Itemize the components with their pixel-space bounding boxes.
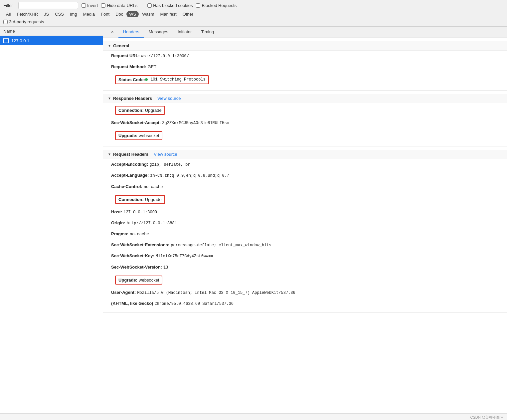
request-url-key: Request URL:: [111, 53, 140, 60]
response-headers-section-header[interactable]: ▼ Response Headers View source: [103, 94, 507, 103]
response-headers-rows: Connection: UpgradeSec-WebSocket-Accept:…: [103, 103, 507, 143]
response-header-key: Upgrade:: [118, 133, 137, 138]
type-tab-img[interactable]: Img: [67, 11, 80, 17]
request-headers-rows: Accept-Encoding: gzip, deflate, brAccept…: [103, 159, 507, 309]
third-party-checkbox[interactable]: [3, 20, 8, 24]
request-header-row: User-Agent: Mozilla/5.0 (Macintosh; Inte…: [103, 287, 507, 298]
status-code-key: Status Code:: [118, 77, 145, 82]
type-tab-js[interactable]: JS: [41, 11, 52, 17]
response-header-row: Sec-WebSocket-Accept: 3g2ZKmrMCJ5nyAOr3i…: [103, 117, 507, 128]
request-header-key: Sec-WebSocket-Extensions:: [111, 242, 169, 249]
type-tab-manifest[interactable]: Manifest: [157, 11, 179, 17]
request-header-val: websocket: [139, 278, 159, 283]
type-tab-media[interactable]: Media: [81, 11, 97, 17]
tab-messages[interactable]: Messages: [144, 27, 173, 38]
request-header-val: no-cache: [144, 184, 163, 190]
type-tab-other[interactable]: Other: [180, 11, 196, 17]
tab-initiator[interactable]: Initiator: [173, 27, 197, 38]
request-header-val: zh-CN,zh;q=0.9,en;q=0.8,und;q=0.7: [150, 173, 229, 179]
type-tabs-row: AllFetch/XHRJSCSSImgMediaFontDocWSWasmMa…: [3, 11, 504, 17]
blocked-requests-checkbox-group[interactable]: Blocked Requests: [196, 3, 237, 8]
type-tab-font[interactable]: Font: [98, 11, 112, 17]
left-panel: Name 127.0.0.1: [0, 27, 103, 413]
general-section-header[interactable]: ▼ General: [103, 41, 507, 51]
request-headers-section-header[interactable]: ▼ Request Headers View source: [103, 150, 507, 159]
type-tab-css[interactable]: CSS: [52, 11, 67, 17]
has-blocked-cookies-checkbox-group[interactable]: Has blocked cookies: [147, 3, 193, 8]
filter-input[interactable]: [18, 2, 78, 9]
request-header-wrapper: Connection: Upgrade: [103, 192, 507, 207]
response-headers-section: ▼ Response Headers View source Connectio…: [103, 91, 507, 146]
response-header-key: Sec-WebSocket-Accept:: [111, 119, 161, 126]
has-blocked-cookies-label: Has blocked cookies: [153, 3, 193, 8]
request-headers-arrow-icon: ▼: [108, 152, 111, 156]
request-header-key: Sec-WebSocket-Key:: [111, 253, 154, 260]
request-header-highlighted: Connection: Upgrade: [115, 195, 165, 204]
hide-data-urls-checkbox[interactable]: [101, 3, 105, 8]
third-party-row: 3rd-party requests: [3, 19, 504, 24]
response-header-val: websocket: [139, 133, 159, 138]
request-header-key: Host:: [111, 209, 122, 216]
request-method-key: Request Method:: [111, 64, 146, 71]
tab-timing[interactable]: Timing: [197, 27, 219, 38]
request-headers-view-source[interactable]: View source: [154, 152, 177, 157]
general-arrow-icon: ▼: [108, 44, 111, 48]
blocked-requests-label: Blocked Requests: [202, 3, 237, 8]
request-header-val: gzip, deflate, br: [149, 162, 190, 168]
hide-data-urls-checkbox-group[interactable]: Hide data URLs: [101, 3, 137, 8]
request-header-row: Sec-WebSocket-Extensions: permessage-def…: [103, 240, 507, 251]
response-header-highlighted: Upgrade: websocket: [115, 131, 162, 140]
filter-row: Filter Invert Hide data URLs Has blocked…: [3, 2, 504, 9]
has-blocked-cookies-checkbox[interactable]: [147, 3, 152, 8]
response-header-val: 3g2ZKmrMCJ5nyAOr3ieR1RULFHs=: [162, 120, 229, 126]
file-list-item[interactable]: 127.0.0.1: [0, 36, 103, 45]
invert-label: Invert: [87, 3, 98, 8]
request-header-wrapper: Upgrade: websocket: [103, 273, 507, 287]
type-tab-ws[interactable]: WS: [126, 11, 139, 17]
tab-bar: ×HeadersMessagesInitiatorTiming: [103, 27, 507, 38]
type-tab-doc[interactable]: Doc: [113, 11, 126, 17]
response-header-val: Upgrade: [145, 108, 162, 113]
response-headers-title: Response Headers: [113, 96, 152, 101]
response-header-key: Connection:: [118, 108, 144, 113]
invert-checkbox[interactable]: [82, 3, 86, 8]
third-party-checkbox-group[interactable]: 3rd-party requests: [3, 19, 44, 24]
right-panel: ×HeadersMessagesInitiatorTiming ▼ Genera…: [103, 27, 507, 413]
request-header-key: Sec-WebSocket-Version:: [111, 264, 162, 271]
third-party-label: 3rd-party requests: [9, 19, 44, 24]
hide-data-urls-label: Hide data URLs: [107, 3, 137, 8]
tab-close[interactable]: ×: [106, 27, 118, 38]
status-code-highlighted-row: Status Code: 101 Switching Protocols: [115, 75, 209, 84]
response-header-wrapper: Connection: Upgrade: [103, 103, 507, 117]
request-header-val: permessage-deflate; client_max_window_bi…: [171, 242, 271, 249]
request-header-val: no-cache: [130, 231, 149, 238]
filter-label: Filter: [3, 3, 13, 8]
request-url-row: Request URL: ws://127.0.0.1:3000/: [103, 51, 507, 62]
tab-headers[interactable]: Headers: [118, 27, 144, 38]
request-header-row: Accept-Encoding: gzip, deflate, br: [103, 159, 507, 170]
request-header-key: Origin:: [111, 220, 125, 227]
invert-checkbox-group[interactable]: Invert: [82, 3, 98, 8]
response-headers-view-source[interactable]: View source: [157, 96, 181, 101]
request-url-val: ws://127.0.0.1:3000/: [141, 53, 189, 60]
request-header-row: Sec-WebSocket-Key: MilciXm75oT7Gdy4Zst6w…: [103, 251, 507, 262]
request-header-row: Pragma: no-cache: [103, 229, 507, 240]
request-header-val: Chrome/95.0.4638.69 Safari/537.36: [154, 301, 234, 307]
request-headers-title: Request Headers: [113, 152, 148, 157]
type-tab-all[interactable]: All: [3, 11, 13, 17]
status-code-val: 101 Switching Protocols: [150, 77, 206, 82]
type-tab-wasm[interactable]: Wasm: [139, 11, 157, 17]
request-header-row: Host: 127.0.0.1:3000: [103, 207, 507, 218]
request-method-row: Request Method: GET: [103, 62, 507, 73]
blocked-requests-checkbox[interactable]: [196, 3, 200, 8]
watermark: CSDN @姜香小白鱼: [0, 413, 507, 420]
request-header-highlighted: Upgrade: websocket: [115, 276, 162, 285]
request-method-val: GET: [147, 64, 156, 71]
type-tab-fetch_xhr[interactable]: Fetch/XHR: [14, 11, 41, 17]
request-header-key: User-Agent:: [111, 289, 136, 296]
status-code-wrapper: Status Code: 101 Switching Protocols: [103, 73, 507, 87]
response-header-wrapper: Upgrade: websocket: [103, 128, 507, 143]
request-header-val: http://127.0.0.1:8881: [127, 220, 177, 227]
main-content: Name 127.0.0.1 ×HeadersMessagesInitiator…: [0, 27, 507, 413]
request-header-key: Connection:: [118, 197, 144, 202]
